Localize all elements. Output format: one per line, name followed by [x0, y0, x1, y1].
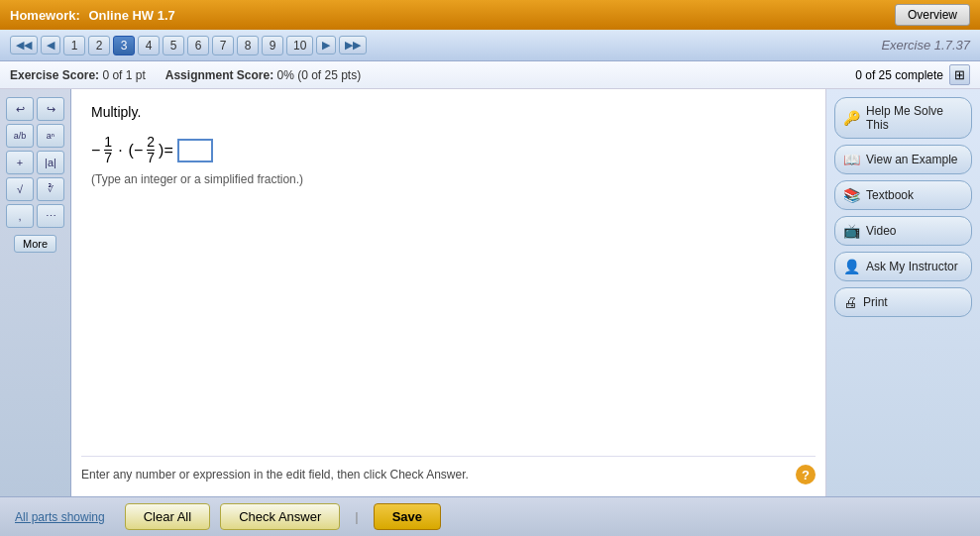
frac1-numerator: 1 — [104, 135, 112, 150]
nav-last-button[interactable]: ▶▶ — [339, 36, 367, 54]
main-content: ↩ ↪ a/b aⁿ + |a| √ ∛ , ⋯ More Multiply. … — [0, 89, 980, 496]
exercise-title: Multiply. — [91, 104, 806, 120]
tool-row-1: ↩ ↪ — [6, 97, 64, 121]
top-bar: Homework: Online HW 1.7 Overview — [0, 0, 980, 30]
assignment-score-label: Assignment Score: — [165, 68, 273, 82]
video-icon: 📺 — [843, 223, 860, 239]
nav-num-8[interactable]: 8 — [237, 36, 259, 55]
nav-next-button[interactable]: ▶ — [316, 36, 336, 54]
help-me-solve-label: Help Me Solve This — [866, 104, 963, 132]
redo-button[interactable]: ↪ — [37, 97, 64, 121]
right-sidebar: 🔑 Help Me Solve This 📖 View an Example 📚… — [826, 89, 980, 496]
help-circle-button[interactable]: ? — [796, 465, 816, 484]
nav-num-1[interactable]: 1 — [63, 36, 85, 55]
tool-pipe-button[interactable]: |a| — [37, 151, 64, 174]
view-example-label: View an Example — [866, 153, 958, 166]
nav-num-5[interactable]: 5 — [163, 36, 184, 55]
nav-num-9[interactable]: 9 — [262, 36, 283, 55]
save-button[interactable]: Save — [374, 503, 441, 530]
tool-row-4: √ ∛ — [6, 177, 64, 201]
bottom-bar: All parts showing Clear All Check Answer… — [0, 496, 980, 536]
nav-num-10[interactable]: 10 — [286, 36, 313, 55]
tool-row-2: a/b aⁿ — [6, 124, 64, 148]
assignment-score-value: 0% (0 of 25 pts) — [276, 68, 361, 82]
nav-num-6[interactable]: 6 — [187, 36, 209, 55]
nav-first-button[interactable]: ◀◀ — [10, 36, 38, 54]
undo-button[interactable]: ↩ — [6, 97, 34, 121]
tool-sqrt-button[interactable]: √ — [6, 177, 34, 201]
ask-instructor-label: Ask My Instructor — [866, 260, 958, 273]
assignment-score-item: Assignment Score: 0% (0 of 25 pts) — [165, 68, 361, 82]
textbook-icon: 📚 — [843, 187, 860, 203]
fraction-2: 2 7 — [147, 135, 155, 166]
open-paren: (− — [129, 142, 144, 160]
ask-instructor-button[interactable]: 👤 Ask My Instructor — [834, 252, 972, 281]
frac1-denominator: 7 — [104, 151, 112, 165]
hw-label: Homework: — [10, 8, 80, 23]
key-icon: 🔑 — [843, 110, 860, 126]
exercise-label: Exercise 1.7.37 — [881, 38, 970, 53]
exercise-score-item: Exercise Score: 0 of 1 pt — [10, 68, 146, 82]
separator: | — [355, 509, 358, 524]
tool-cbrt-button[interactable]: ∛ — [37, 177, 64, 201]
exercise-area: Multiply. − 1 7 · (− 2 7 )= (Type an int… — [71, 89, 826, 496]
expand-button[interactable]: ⊞ — [949, 64, 970, 85]
hw-title: Online HW 1.7 — [88, 8, 174, 23]
frac2-numerator: 2 — [147, 135, 155, 150]
multiply-dot: · — [118, 142, 122, 160]
exercise-score-value: 0 of 1 pt — [102, 68, 145, 82]
nav-num-4[interactable]: 4 — [138, 36, 160, 55]
print-icon: 🖨 — [843, 294, 857, 310]
tool-plus-button[interactable]: + — [6, 151, 34, 174]
tool-comma-button[interactable]: , — [6, 204, 34, 228]
print-label: Print — [863, 295, 888, 309]
nav-num-2[interactable]: 2 — [88, 36, 110, 55]
nav-bar: ◀◀ ◀ 1 2 3 4 5 6 7 8 9 10 ▶ ▶▶ Exercise … — [0, 30, 980, 61]
video-label: Video — [866, 224, 896, 238]
left-toolbar: ↩ ↪ a/b aⁿ + |a| √ ∛ , ⋯ More — [0, 89, 71, 496]
video-button[interactable]: 📺 Video — [834, 216, 972, 246]
nav-prev-button[interactable]: ◀ — [41, 36, 60, 54]
tool-row-5: , ⋯ — [6, 204, 64, 228]
math-problem: − 1 7 · (− 2 7 )= — [91, 135, 806, 166]
fraction-1: 1 7 — [104, 135, 112, 166]
frac2-denominator: 7 — [147, 151, 155, 165]
tool-row-3: + |a| — [6, 151, 64, 174]
overview-button[interactable]: Overview — [895, 4, 970, 26]
top-bar-title: Homework: Online HW 1.7 — [10, 8, 175, 23]
instructor-icon: 👤 — [843, 259, 860, 274]
close-paren-equals: )= — [159, 142, 173, 160]
textbook-label: Textbook — [866, 188, 914, 202]
instruction-label: Enter any number or expression in the ed… — [81, 468, 469, 482]
view-example-button[interactable]: 📖 View an Example — [834, 145, 972, 174]
nav-num-3[interactable]: 3 — [113, 36, 135, 55]
tool-frac-button[interactable]: a/b — [6, 124, 34, 148]
complete-text: 0 of 25 complete — [855, 68, 943, 82]
exercise-score-label: Exercise Score: — [10, 68, 99, 82]
help-me-solve-button[interactable]: 🔑 Help Me Solve This — [834, 97, 972, 139]
complete-section: 0 of 25 complete ⊞ — [855, 64, 970, 85]
clear-all-button[interactable]: Clear All — [125, 503, 210, 530]
textbook-button[interactable]: 📚 Textbook — [834, 180, 972, 210]
print-button[interactable]: 🖨 Print — [834, 287, 972, 317]
answer-input[interactable] — [177, 139, 213, 162]
nav-buttons: ◀◀ ◀ 1 2 3 4 5 6 7 8 9 10 ▶ ▶▶ — [10, 36, 367, 55]
nav-num-7[interactable]: 7 — [212, 36, 234, 55]
instruction-text: Enter any number or expression in the ed… — [81, 456, 816, 484]
more-button[interactable]: More — [14, 235, 56, 253]
tool-dots-button[interactable]: ⋯ — [37, 204, 64, 228]
hint-text: (Type an integer or a simplified fractio… — [91, 172, 806, 186]
all-parts-showing-link[interactable]: All parts showing — [15, 510, 105, 524]
tool-exp-button[interactable]: aⁿ — [37, 124, 64, 148]
minus-sign: − — [91, 142, 100, 160]
check-answer-button[interactable]: Check Answer — [220, 503, 340, 530]
book-icon: 📖 — [843, 152, 860, 167]
score-bar: Exercise Score: 0 of 1 pt Assignment Sco… — [0, 61, 980, 89]
